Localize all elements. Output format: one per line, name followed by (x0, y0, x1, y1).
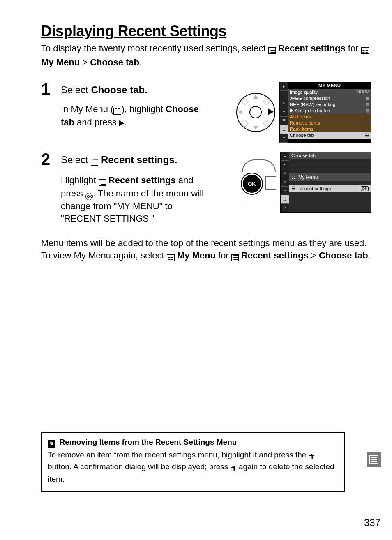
text: Removing Items from the Recent Settings … (60, 438, 237, 446)
my-menu-icon (167, 251, 175, 263)
text: ), highlight (121, 104, 166, 114)
text: button. A confirmation dialog will be di… (48, 462, 231, 471)
period: . (368, 250, 371, 261)
text-bold: Recent settings (108, 175, 176, 185)
step1-figure: ▸•✎Y☷☷? MY MENU Image qualityNORM JPEG c… (236, 82, 371, 143)
text: for (216, 250, 231, 261)
text-bold: Recent settings. (101, 154, 177, 165)
recent-settings-icon (99, 175, 106, 188)
ok-button-graphic: OK (241, 159, 278, 205)
ok-badge: OK (361, 186, 369, 191)
lcd-row: Remove items-- (288, 120, 371, 126)
text-bold: Choose tab. (91, 84, 147, 95)
my-menu-icon (361, 44, 369, 56)
text-bold: Choose tab (90, 57, 139, 67)
step1-body: In My Menu (), highlight Choose tab and … (61, 103, 205, 129)
text: and press (74, 117, 119, 127)
text: In My Menu ( (61, 104, 113, 114)
intro-paragraph: To display the twenty most recently used… (41, 42, 371, 69)
lcd-row: Rank items-- (288, 126, 371, 132)
closing-paragraph: Menu items will be added to the top of t… (41, 237, 371, 264)
tip-title: Removing Items from the Recent Settings … (48, 437, 339, 448)
page-number: 337 (364, 517, 380, 528)
step2-body: Highlight Recent settings and press . Th… (61, 174, 213, 225)
text-bold: Recent settings (278, 43, 346, 53)
text: > (82, 57, 90, 67)
lcd-row: Add items-- (288, 114, 371, 120)
lcd-row-selected: Choose tab☷ (288, 132, 371, 139)
text-bold: My Menu (41, 57, 80, 67)
recent-settings-icon (231, 251, 239, 263)
lcd1-title: MY MENU (288, 82, 371, 89)
text-bold: Recent settings (241, 250, 309, 261)
step1-heading: Select Choose tab. (61, 84, 205, 96)
text: Highlight (61, 175, 99, 185)
recent-settings-icon (268, 44, 276, 56)
section-tab-icon (367, 452, 381, 467)
tip-body: To remove an item from the recent settin… (48, 450, 339, 485)
step-1: 1 Select Choose tab. In My Menu (), high… (41, 82, 371, 143)
pencil-icon (48, 440, 55, 448)
step2-figure: OK ▸•✎Y☷☷? Choose tab ☷My Menu (241, 152, 371, 213)
text-bold: Choose tab (319, 250, 368, 261)
text: To display the twenty most recently used… (41, 43, 268, 53)
text: for (348, 43, 361, 53)
text: To remove an item from the recent settin… (48, 450, 309, 459)
divider (41, 78, 371, 78)
lcd-row: JPEG compression▦ (288, 95, 371, 102)
step2-heading: Select Recent settings. (61, 154, 213, 167)
text: > (309, 250, 319, 261)
tip-box: Removing Items from the Recent Settings … (41, 432, 345, 491)
multi-selector-graphic (236, 93, 275, 132)
text-bold: My Menu (177, 250, 216, 261)
recent-settings-icon (91, 155, 98, 167)
text: Select (61, 84, 91, 95)
ok-button-icon (85, 193, 93, 200)
trash-icon (231, 463, 237, 474)
text: Select (61, 154, 91, 165)
ok-button-label: OK (241, 173, 263, 195)
lcd-screenshot-2: ▸•✎Y☷☷? Choose tab ☷My Menu ☰Recent sett… (280, 152, 371, 213)
step-number: 1 (41, 81, 61, 97)
my-menu-icon (113, 104, 121, 117)
lcd2-header: Choose tab (289, 152, 371, 159)
page-title: Displaying Recent Settings (41, 23, 371, 40)
period: . (139, 57, 142, 67)
lcd-row: f5 Assign Fn button▥ (288, 108, 371, 114)
step-2: 2 Select Recent settings. Highlight Rece… (41, 152, 371, 225)
lcd2-item-recent-selected: ☰Recent settings OK (289, 185, 371, 192)
lcd2-item-mymenu: ☷My Menu (289, 173, 371, 181)
lcd-row: NEF (RAW) recording▥ (288, 102, 371, 108)
lcd-screenshot-1: ▸•✎Y☷☷? MY MENU Image qualityNORM JPEG c… (279, 82, 371, 143)
trash-icon (309, 451, 315, 462)
divider (41, 148, 371, 148)
step-number: 2 (41, 151, 61, 167)
period: . (124, 117, 127, 127)
lcd-row: Image qualityNORM (288, 89, 371, 95)
right-arrow-icon (119, 120, 124, 126)
